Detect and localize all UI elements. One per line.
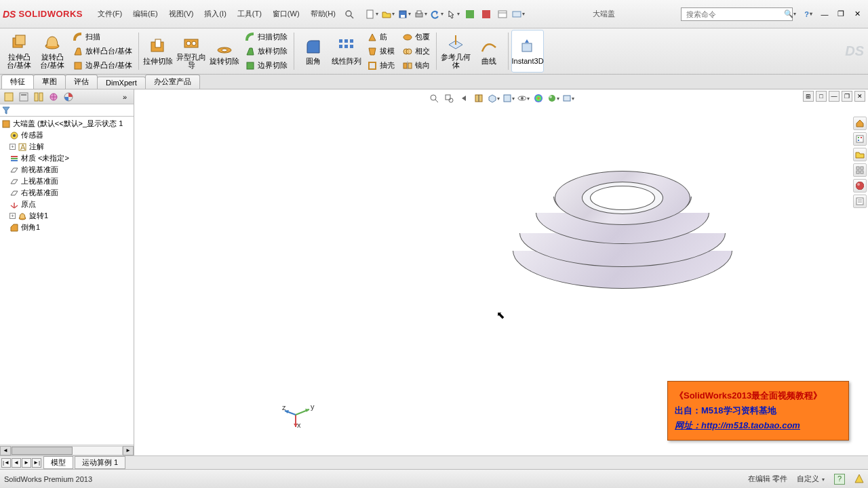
tab-dimxpert[interactable]: DimXpert <box>97 77 146 89</box>
options-icon[interactable] <box>496 7 509 21</box>
custom-properties-icon[interactable] <box>853 195 867 208</box>
loft-button[interactable]: 放样凸台/基体 <box>71 45 134 58</box>
feature-tree[interactable]: 大端盖 (默认<<默认>_显示状态 1 传感器 + A 注解 材质 <未指定> … <box>0 117 134 469</box>
tree-material[interactable]: 材质 <未指定> <box>0 152 134 164</box>
view-orientation-icon[interactable]: ▾ <box>488 92 500 104</box>
tree-sensors[interactable]: 传感器 <box>0 129 134 141</box>
select-icon[interactable]: ▾ <box>447 7 460 21</box>
previous-view-icon[interactable] <box>458 92 470 104</box>
vp-tile-icon[interactable]: ⊞ <box>803 91 814 102</box>
new-doc-icon[interactable]: ▾ <box>366 7 379 21</box>
scroll-right-icon[interactable]: ► <box>123 446 134 455</box>
zoom-fit-icon[interactable] <box>428 92 440 104</box>
tree-revolve1[interactable]: + 旋转1 <box>0 210 134 222</box>
design-library-icon[interactable] <box>853 132 867 146</box>
menu-file[interactable]: 文件(F) <box>92 7 127 21</box>
intersect-button[interactable]: 相交 <box>400 45 432 58</box>
apply-scene-icon[interactable]: ▾ <box>547 92 559 104</box>
tree-filter-bar[interactable] <box>0 104 134 117</box>
view-settings-icon[interactable]: ▾ <box>562 92 574 104</box>
command-search-input[interactable] <box>684 10 782 18</box>
vp-single-icon[interactable]: □ <box>816 91 827 102</box>
display-style-icon[interactable]: ▾ <box>502 92 515 104</box>
configuration-manager-tab-icon[interactable] <box>32 91 45 103</box>
instant3d-button[interactable]: Instant3D <box>511 30 544 73</box>
menu-help[interactable]: 帮助(H) <box>305 7 341 21</box>
tab-nav-prev-icon[interactable]: ◄ <box>12 458 21 468</box>
screen-capture-icon[interactable]: ▾ <box>512 7 526 21</box>
graphics-viewport[interactable]: ▾ ▾ ▾ ▾ ▾ ⊞ □ — ❐ ✕ <box>134 89 868 469</box>
sweep-button[interactable]: 扫描 <box>71 30 134 44</box>
scroll-thumb[interactable] <box>12 447 73 455</box>
expand-icon[interactable]: + <box>9 144 16 150</box>
hole-wizard-button[interactable]: 异型孔向导 <box>175 30 208 73</box>
boundary-button[interactable]: 边界凸台/基体 <box>71 59 134 73</box>
window-restore-icon[interactable]: ❐ <box>834 7 848 21</box>
loft-cut-button[interactable]: 放样切除 <box>243 45 290 58</box>
open-doc-icon[interactable]: ▾ <box>382 7 395 21</box>
menu-view[interactable]: 视图(V) <box>163 7 199 21</box>
tree-front-plane[interactable]: 前视基准面 <box>0 164 134 176</box>
revolve-boss-button[interactable]: 旋转凸台/基体 <box>36 30 68 73</box>
boundary-cut-button[interactable]: 边界切除 <box>243 59 290 73</box>
print-icon[interactable]: ▾ <box>414 7 428 21</box>
tree-horizontal-scrollbar[interactable]: ◄ ► <box>0 445 134 455</box>
tab-nav-last-icon[interactable]: ►| <box>32 458 41 468</box>
hide-show-icon[interactable]: ▾ <box>517 92 530 104</box>
help-icon[interactable]: ?▾ <box>802 7 815 21</box>
section-view-icon[interactable] <box>473 92 485 104</box>
reference-geometry-button[interactable]: 参考几何体 <box>439 30 472 73</box>
status-help-icon[interactable]: ? <box>834 474 845 485</box>
display-manager-tab-icon[interactable] <box>62 91 75 103</box>
tab-motion-study[interactable]: 运动算例 1 <box>75 456 125 469</box>
menu-insert[interactable]: 插入(I) <box>199 7 231 21</box>
search-scope-dropdown[interactable]: ▾ <box>793 11 796 17</box>
menu-tools[interactable]: 工具(T) <box>232 7 267 21</box>
tree-right-plane[interactable]: 右视基准面 <box>0 187 134 199</box>
orientation-triad-icon[interactable]: x y z <box>282 401 316 428</box>
appearances-icon[interactable] <box>853 179 867 192</box>
tab-nav-next-icon[interactable]: ► <box>22 458 31 468</box>
tab-nav-first-icon[interactable]: |◄ <box>1 458 11 468</box>
undo-icon[interactable]: ▾ <box>431 7 444 21</box>
tab-evaluate[interactable]: 评估 <box>65 75 98 89</box>
vp-max-icon[interactable]: ❐ <box>842 91 852 102</box>
vp-min-icon[interactable]: — <box>829 91 840 102</box>
tree-root[interactable]: 大端盖 (默认<<默认>_显示状态 1 <box>0 118 134 129</box>
revolve-cut-button[interactable]: 旋转切除 <box>208 30 241 73</box>
save-icon[interactable]: ▾ <box>398 7 412 21</box>
expand-icon[interactable]: + <box>9 213 16 219</box>
view-palette-icon[interactable] <box>853 163 867 177</box>
tab-model[interactable]: 模型 <box>43 456 73 469</box>
window-minimize-icon[interactable]: — <box>818 7 831 21</box>
property-manager-tab-icon[interactable] <box>17 91 31 103</box>
wrap-button[interactable]: 包覆 <box>400 30 432 44</box>
draft-button[interactable]: 拔模 <box>365 45 397 58</box>
status-rebuild-indicator-icon[interactable] <box>854 474 864 485</box>
edit-appearance-icon[interactable] <box>532 92 545 104</box>
scroll-track[interactable] <box>11 446 123 455</box>
shell-button[interactable]: 抽壳 <box>365 59 397 73</box>
rebuild-stop-icon[interactable] <box>479 7 493 21</box>
command-search[interactable]: 🔍 <box>681 7 793 21</box>
rebuild-icon[interactable] <box>463 7 477 21</box>
menu-window[interactable]: 窗口(W) <box>267 7 305 21</box>
tab-sketch[interactable]: 草图 <box>33 75 66 89</box>
panel-expand-icon[interactable]: » <box>118 91 132 103</box>
tree-chamfer1[interactable]: 倒角1 <box>0 222 134 233</box>
fillet-button[interactable]: 圆角 <box>297 30 330 73</box>
file-explorer-icon[interactable] <box>853 148 867 161</box>
menu-edit[interactable]: 编辑(E) <box>127 7 163 21</box>
mirror-button[interactable]: 镜向 <box>400 59 432 73</box>
zoom-area-icon[interactable] <box>443 92 455 104</box>
extrude-boss-button[interactable]: 拉伸凸台/基体 <box>3 30 35 73</box>
extrude-cut-button[interactable]: 拉伸切除 <box>142 30 174 73</box>
curves-button[interactable]: 曲线 <box>473 30 505 73</box>
linear-pattern-button[interactable]: 线性阵列 <box>330 30 363 73</box>
tree-origin[interactable]: 原点 <box>0 199 134 210</box>
sweep-cut-button[interactable]: 扫描切除 <box>243 30 290 44</box>
tab-office[interactable]: 办公室产品 <box>145 75 200 89</box>
search-help-icon[interactable] <box>342 7 356 21</box>
window-close-icon[interactable]: ✕ <box>850 7 864 21</box>
status-custom[interactable]: 自定义 ▾ <box>797 474 825 484</box>
